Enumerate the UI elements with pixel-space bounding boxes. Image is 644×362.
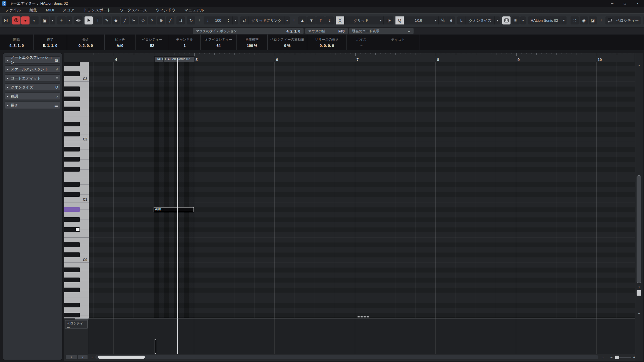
- menu-transport[interactable]: トランスポート: [79, 8, 115, 13]
- section-transpose[interactable]: ▸移調♪: [5, 93, 60, 100]
- speaker-button[interactable]: [74, 16, 83, 24]
- lane-divider-handle[interactable]: [364, 316, 366, 317]
- quantize-preset-arrow[interactable]: ▼: [433, 16, 438, 24]
- info-field-velocity-variance[interactable]: ベロシティーの変動量0 %: [268, 35, 307, 50]
- key-Dsharp-1[interactable]: [64, 303, 80, 307]
- key-Csharp1[interactable]: [64, 192, 80, 197]
- snap-offset-button[interactable]: -|+: [383, 16, 393, 24]
- pin-button[interactable]: ⋈: [2, 16, 10, 24]
- velocity-lane[interactable]: [89, 318, 635, 354]
- menu-window[interactable]: ウィンドウ: [152, 8, 180, 13]
- layer-view-button[interactable]: ≡: [511, 16, 520, 24]
- glue-tool-button[interactable]: ◇: [139, 16, 147, 24]
- info-field-voice[interactable]: ボイス–: [347, 35, 376, 50]
- controller-lane-selector[interactable]: ベロシティー: [65, 320, 88, 328]
- kebab-menu[interactable]: ⋮: [292, 18, 296, 23]
- key-Gsharp2[interactable]: [64, 97, 80, 101]
- nudge-octave-down-button[interactable]: ⇓: [325, 16, 334, 24]
- insert-velocity-value[interactable]: 100: [212, 16, 224, 24]
- info-field-text[interactable]: テキスト: [376, 35, 420, 50]
- hzoom-out-button[interactable]: −: [609, 355, 614, 359]
- key-Gsharp1[interactable]: [64, 157, 80, 162]
- add-lane-button[interactable]: +: [66, 355, 77, 359]
- scroll-right-button[interactable]: ›: [600, 355, 605, 359]
- grid-type-label[interactable]: グリッド: [344, 16, 378, 24]
- kebab-menu[interactable]: ⋮: [599, 18, 603, 23]
- split-tool-button[interactable]: ✂: [130, 16, 138, 24]
- menu-manual[interactable]: マニュアル: [180, 8, 209, 13]
- key-Gsharp-1[interactable]: [64, 278, 80, 282]
- length-quantize-arrow[interactable]: ▼: [494, 16, 500, 24]
- menu-file[interactable]: ファイル: [1, 8, 25, 13]
- section-scale-assistant[interactable]: ▸スケールアシスタント♫: [5, 65, 60, 73]
- length-quantize-icon[interactable]: L: [457, 16, 466, 24]
- key-Dsharp2[interactable]: [64, 122, 80, 126]
- pitch-visibility-arrow[interactable]: ▼: [66, 16, 72, 24]
- trim-tool-button[interactable]: ⊺: [94, 16, 102, 24]
- key-Csharp0[interactable]: [64, 252, 80, 257]
- view-mode-arrow[interactable]: ▼: [520, 16, 526, 24]
- key-Asharp-1[interactable]: [64, 267, 80, 272]
- piano-keyboard[interactable]: C3C2C1C0C-1: [64, 62, 89, 318]
- key-Fsharp-1[interactable]: [64, 288, 80, 292]
- edited-part-arrow[interactable]: ▼: [561, 16, 567, 24]
- info-field-start[interactable]: 開始4. 3. 1. 0: [0, 35, 34, 50]
- length-quantize-label[interactable]: クオンタイズ: [466, 16, 494, 24]
- key-Asharp0[interactable]: [64, 207, 80, 212]
- zoom-tool-button[interactable]: ⊕: [157, 16, 165, 24]
- quantize-button[interactable]: Q: [395, 16, 404, 24]
- menu-workspace[interactable]: ワークスペース: [115, 8, 152, 13]
- midi-note[interactable]: A#0: [154, 207, 194, 212]
- info-field-release-length[interactable]: リリースの長さ0. 0. 0. 0: [307, 35, 347, 50]
- nudge-octave-up-button[interactable]: ⇑: [316, 16, 325, 24]
- menu-midi[interactable]: MIDI: [42, 8, 58, 12]
- line-tool-button[interactable]: ╱: [121, 16, 129, 24]
- iterative-quantize-button[interactable]: ¼: [438, 16, 447, 24]
- grid-link-arrow[interactable]: ▼: [284, 16, 290, 24]
- event-colors-button[interactable]: ▣: [41, 16, 49, 24]
- close-button[interactable]: ×: [631, 0, 644, 7]
- section-chord-edit[interactable]: ▸コードエディット≡: [5, 74, 60, 82]
- edited-part-label[interactable]: HALion Sonic 02: [528, 16, 561, 24]
- vertical-scrollbar[interactable]: ▲ ▼ +: [635, 53, 643, 361]
- section-note-expression[interactable]: ▸ノートエクスプレッション▨: [5, 56, 60, 64]
- key-Fsharp1[interactable]: [64, 167, 80, 172]
- key-Csharp3[interactable]: [64, 71, 80, 76]
- key-Dsharp0[interactable]: [64, 242, 80, 247]
- info-field-end[interactable]: 終了5. 1. 1. 0: [34, 35, 67, 50]
- record-midi-button[interactable]: ●: [21, 16, 30, 24]
- snap-button[interactable]: ╳: [336, 16, 344, 24]
- event-colors-arrow[interactable]: ▼: [50, 16, 55, 24]
- key-Dsharp3[interactable]: [64, 62, 80, 66]
- minimize-button[interactable]: ─: [606, 0, 619, 7]
- solo-editor-button[interactable]: Ⓢ: [12, 16, 20, 24]
- vzoom-slider-thumb[interactable]: [637, 290, 641, 296]
- menu-edit[interactable]: 編集: [25, 8, 42, 13]
- step-input-button[interactable]: ∷: [571, 16, 579, 24]
- vertical-scrollbar-thumb[interactable]: [637, 175, 641, 283]
- key-Gsharp0[interactable]: [64, 217, 80, 222]
- nudge-down-button[interactable]: ▼: [307, 16, 316, 24]
- lane-divider-handle[interactable]: [358, 316, 360, 317]
- menu-score[interactable]: スコア: [58, 8, 79, 13]
- section-quantize[interactable]: ▸クオンタイズQ: [5, 83, 60, 91]
- draw-tool-button[interactable]: ✎: [103, 16, 111, 24]
- key-Csharp-1[interactable]: [64, 313, 80, 317]
- quantize-panel-button[interactable]: e: [447, 16, 455, 24]
- kebab-menu[interactable]: ⋮: [197, 18, 202, 23]
- key-Asharp1[interactable]: [64, 147, 80, 152]
- piano-view-button[interactable]: [502, 16, 511, 24]
- tooltip-label[interactable]: ベロシティー: [614, 16, 641, 24]
- info-field-off-velocity[interactable]: オフベロシティー64: [201, 35, 237, 50]
- acoustic-feedback-button[interactable]: ◐: [30, 16, 39, 24]
- midi-input-button[interactable]: ◉: [580, 16, 588, 24]
- insert-velocity-icon[interactable]: ↓: [204, 16, 212, 24]
- hzoom-slider-thumb[interactable]: [615, 356, 619, 359]
- independent-loop-button[interactable]: ↻: [187, 16, 195, 24]
- grid-link-icon[interactable]: ⇄: [240, 16, 249, 24]
- ruler-part-label[interactable]: HALion Sonic 02: [154, 56, 163, 62]
- grid-type-arrow[interactable]: ▼: [378, 16, 383, 24]
- maximize-button[interactable]: □: [619, 0, 631, 7]
- tooltip-bubble-icon[interactable]: [605, 16, 614, 24]
- timeline-ruler[interactable]: 45678910HALion Sonic 02HALion Sonic 02: [64, 53, 635, 62]
